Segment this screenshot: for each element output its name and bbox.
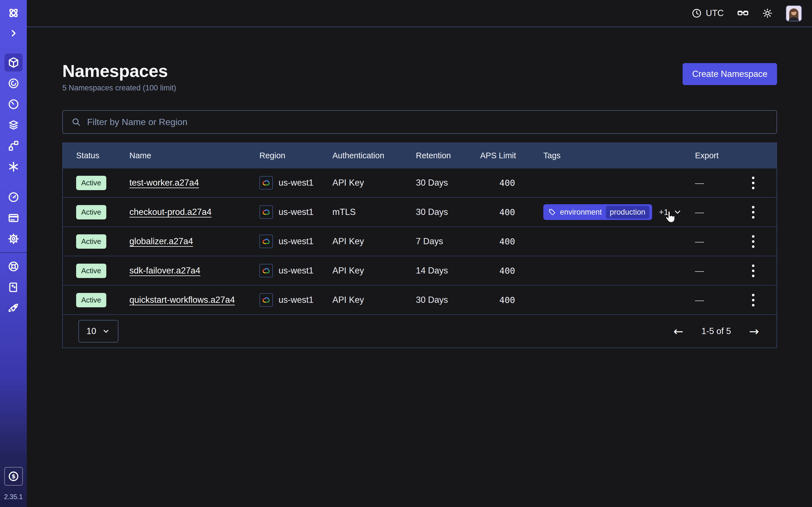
gcp-region-icon <box>259 205 273 219</box>
row-menu-button[interactable] <box>750 204 756 220</box>
chevron-down-icon <box>102 327 110 335</box>
rocket-icon <box>8 302 19 314</box>
tag-chip[interactable]: environment production <box>543 204 652 220</box>
timer-icon <box>8 98 19 110</box>
user-avatar[interactable] <box>786 5 802 21</box>
pagination-range: 1-5 of 5 <box>702 326 731 336</box>
row-menu-button[interactable] <box>750 263 756 279</box>
sidebar-item-workflows[interactable] <box>4 74 22 93</box>
page-size-select[interactable]: 10 <box>79 320 118 342</box>
authentication-value: API Key <box>333 178 416 188</box>
gcp-region-icon <box>259 264 273 277</box>
export-value: — <box>695 207 704 217</box>
life-ring-icon <box>8 261 19 272</box>
codec-glasses-button[interactable] <box>737 7 749 19</box>
col-header-retention: Retention <box>416 151 480 160</box>
tags-expand-chevron-down-icon[interactable] <box>673 208 682 217</box>
namespace-link[interactable]: test-worker.a27a4 <box>130 178 199 187</box>
retention-value: 7 Days <box>416 236 480 246</box>
sidebar-item-billing[interactable] <box>4 209 22 227</box>
export-value: — <box>695 236 704 247</box>
gear-icon <box>8 233 19 245</box>
sidebar-item-batch-operations[interactable] <box>4 158 22 176</box>
region-label: us-west1 <box>278 207 313 217</box>
sidebar-item-docs[interactable] <box>4 278 22 296</box>
gauge-icon <box>8 191 19 203</box>
sidebar-item-schedules[interactable] <box>4 95 22 113</box>
theme-toggle-button[interactable] <box>762 8 773 18</box>
filter-input[interactable] <box>87 117 768 127</box>
col-header-authentication: Authentication <box>333 151 416 160</box>
create-namespace-button[interactable]: Create Namespace <box>682 63 777 85</box>
export-value: — <box>695 295 704 305</box>
col-header-aps-limit: APS Limit <box>480 151 543 160</box>
namespace-link[interactable]: checkout-prod.a27a4 <box>130 207 211 217</box>
row-menu-button[interactable] <box>750 233 756 249</box>
sidebar-item-getting-started[interactable] <box>4 299 22 317</box>
namespace-link[interactable]: quickstart-workflows.a27a4 <box>130 295 235 305</box>
aps-limit-value: 400 <box>480 207 543 217</box>
region-label: us-west1 <box>278 178 313 188</box>
authentication-value: API Key <box>333 266 416 276</box>
topbar: UTC <box>27 0 812 27</box>
status-badge: Active <box>76 205 106 219</box>
sidebar-item-nexus[interactable] <box>4 137 22 155</box>
col-header-export: Export <box>695 151 776 160</box>
row-menu-button[interactable] <box>750 292 756 308</box>
sidebar-item-namespaces[interactable] <box>4 54 22 71</box>
namespace-link[interactable]: globalizer.a27a4 <box>130 236 193 246</box>
prev-page-button[interactable]: ← <box>673 325 683 338</box>
page-subtitle: 5 Namespaces created (100 limit) <box>62 83 176 93</box>
billing-card-icon <box>8 212 19 224</box>
sidebar-expand-chevron-right-icon[interactable] <box>4 24 22 42</box>
book-sparkles-icon <box>8 281 19 293</box>
retention-value: 30 Days <box>416 295 480 305</box>
region-label: us-west1 <box>278 236 313 246</box>
authentication-value: API Key <box>333 295 416 305</box>
retention-value: 14 Days <box>416 266 480 276</box>
table-row: Active quickstart-workflows.a27a4 us-wes… <box>63 285 776 314</box>
retention-value: 30 Days <box>416 178 480 188</box>
authentication-value: API Key <box>333 236 416 246</box>
tag-value: production <box>606 206 649 219</box>
page-title: Namespaces <box>62 61 176 81</box>
tag-group: environment production +1 <box>543 204 682 220</box>
namespace-link[interactable]: sdk-failover.a27a4 <box>130 266 200 276</box>
clock-icon <box>692 8 702 18</box>
namespaces-table: Status Name Region Authentication Retent… <box>62 143 777 348</box>
col-header-region: Region <box>259 151 333 160</box>
sidebar-item-deployments[interactable] <box>4 116 22 134</box>
gcp-region-icon <box>259 176 273 189</box>
table-footer: 10 ← 1-5 of 5 → <box>63 314 776 348</box>
retention-value: 30 Days <box>416 207 480 217</box>
next-page-button[interactable]: → <box>749 325 759 338</box>
sidebar-item-settings[interactable] <box>4 230 22 248</box>
gcp-region-icon <box>259 293 273 307</box>
col-header-name: Name <box>130 151 259 160</box>
temporal-logo-icon[interactable] <box>4 4 22 22</box>
tag-icon <box>548 209 556 216</box>
sidebar-item-support[interactable] <box>4 258 22 276</box>
region-label: us-west1 <box>278 295 313 305</box>
export-value: — <box>695 178 704 188</box>
cube-icon <box>7 56 20 69</box>
avatar-portrait <box>786 6 801 21</box>
aps-limit-value: 400 <box>480 266 543 276</box>
search-icon <box>71 117 81 127</box>
svg-text:$: $ <box>11 473 15 480</box>
aps-limit-value: 400 <box>480 295 543 305</box>
aps-limit-value: 400 <box>480 178 543 188</box>
sidebar-item-usage[interactable] <box>4 188 22 206</box>
tags-cell: environment production +1 <box>543 204 695 220</box>
row-menu-button[interactable] <box>750 175 756 191</box>
status-badge: Active <box>76 293 106 307</box>
region-label: us-west1 <box>278 266 313 276</box>
dollar-badge-icon: $ <box>8 470 19 482</box>
table-header-row: Status Name Region Authentication Retent… <box>63 143 776 168</box>
sidebar: $ 2.35.1 <box>0 0 27 507</box>
timezone-selector[interactable]: UTC <box>692 8 724 18</box>
timezone-label: UTC <box>706 8 724 18</box>
table-body: Active test-worker.a27a4 us-west1 API Ke… <box>63 168 776 314</box>
pricing-button[interactable]: $ <box>4 467 23 486</box>
gcp-region-icon <box>259 235 273 248</box>
